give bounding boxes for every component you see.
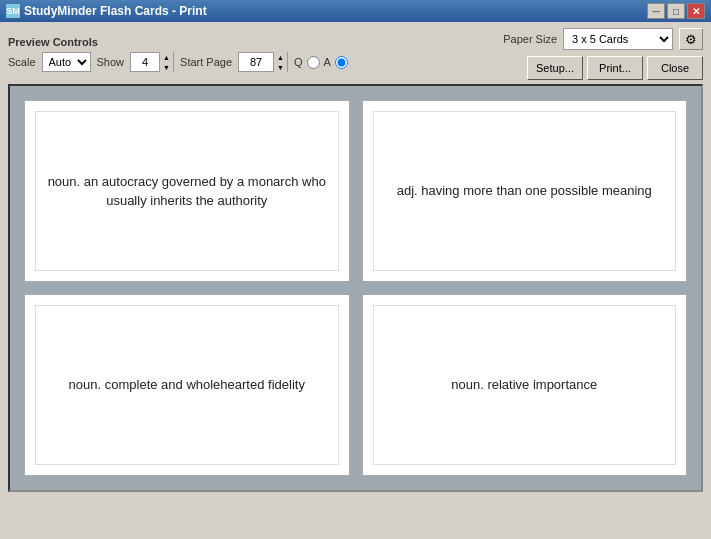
card-1-inner: noun. an autocracy governed by a monarch… <box>35 111 339 271</box>
card-2: adj. having more than one possible meani… <box>362 100 688 282</box>
start-page-input[interactable] <box>239 53 273 71</box>
q-label: Q <box>294 56 303 68</box>
controls-left: Preview Controls Scale Auto Show ▲ ▼ Sta… <box>8 36 348 72</box>
card-4-text: noun. relative importance <box>451 375 597 395</box>
controls-row2: Scale Auto Show ▲ ▼ Start Page ▲ <box>8 52 348 72</box>
close-window-button[interactable]: ✕ <box>687 3 705 19</box>
q-radio-group: Q A <box>294 56 348 69</box>
show-input[interactable] <box>131 53 159 71</box>
paper-settings-button[interactable]: ⚙ <box>679 28 703 50</box>
window-title: StudyMinder Flash Cards - Print <box>24 4 207 18</box>
scale-select[interactable]: Auto <box>42 52 91 72</box>
card-3-text: noun. complete and wholehearted fidelity <box>69 375 305 395</box>
start-page-label: Start Page <box>180 56 232 68</box>
show-spinner-buttons: ▲ ▼ <box>159 52 173 72</box>
a-label: A <box>324 56 331 68</box>
q-radio[interactable] <box>307 56 320 69</box>
close-button[interactable]: Close <box>647 56 703 80</box>
controls-row: Preview Controls Scale Auto Show ▲ ▼ Sta… <box>8 28 703 80</box>
start-page-spin-up[interactable]: ▲ <box>273 52 287 62</box>
setup-button[interactable]: Setup... <box>527 56 583 80</box>
title-bar-controls: ─ □ ✕ <box>647 3 705 19</box>
paper-size-select[interactable]: 3 x 5 Cards 4 x 6 Cards Letter <box>563 28 673 50</box>
show-spin-up[interactable]: ▲ <box>159 52 173 62</box>
paper-size-row: Paper Size 3 x 5 Cards 4 x 6 Cards Lette… <box>503 28 703 50</box>
window-body: Preview Controls Scale Auto Show ▲ ▼ Sta… <box>0 22 711 498</box>
card-4: noun. relative importance <box>362 294 688 476</box>
controls-right: Paper Size 3 x 5 Cards 4 x 6 Cards Lette… <box>503 28 703 80</box>
preview-area: noun. an autocracy governed by a monarch… <box>8 84 703 492</box>
preview-controls-label: Preview Controls <box>8 36 348 48</box>
start-page-spinner: ▲ ▼ <box>238 52 288 72</box>
title-bar-left: SM StudyMinder Flash Cards - Print <box>6 4 207 18</box>
a-radio[interactable] <box>335 56 348 69</box>
card-4-inner: noun. relative importance <box>373 305 677 465</box>
title-bar: SM StudyMinder Flash Cards - Print ─ □ ✕ <box>0 0 711 22</box>
scale-label: Scale <box>8 56 36 68</box>
card-1-text: noun. an autocracy governed by a monarch… <box>44 172 330 211</box>
start-page-spinner-buttons: ▲ ▼ <box>273 52 287 72</box>
paper-size-label: Paper Size <box>503 33 557 45</box>
show-spin-down[interactable]: ▼ <box>159 62 173 72</box>
card-3: noun. complete and wholehearted fidelity <box>24 294 350 476</box>
maximize-button[interactable]: □ <box>667 3 685 19</box>
app-icon: SM <box>6 4 20 18</box>
minimize-button[interactable]: ─ <box>647 3 665 19</box>
card-1: noun. an autocracy governed by a monarch… <box>24 100 350 282</box>
show-spinner: ▲ ▼ <box>130 52 174 72</box>
action-buttons: Setup... Print... Close <box>527 56 703 80</box>
start-page-spin-down[interactable]: ▼ <box>273 62 287 72</box>
card-2-inner: adj. having more than one possible meani… <box>373 111 677 271</box>
print-button[interactable]: Print... <box>587 56 643 80</box>
card-3-inner: noun. complete and wholehearted fidelity <box>35 305 339 465</box>
show-label: Show <box>97 56 125 68</box>
card-2-text: adj. having more than one possible meani… <box>397 181 652 201</box>
